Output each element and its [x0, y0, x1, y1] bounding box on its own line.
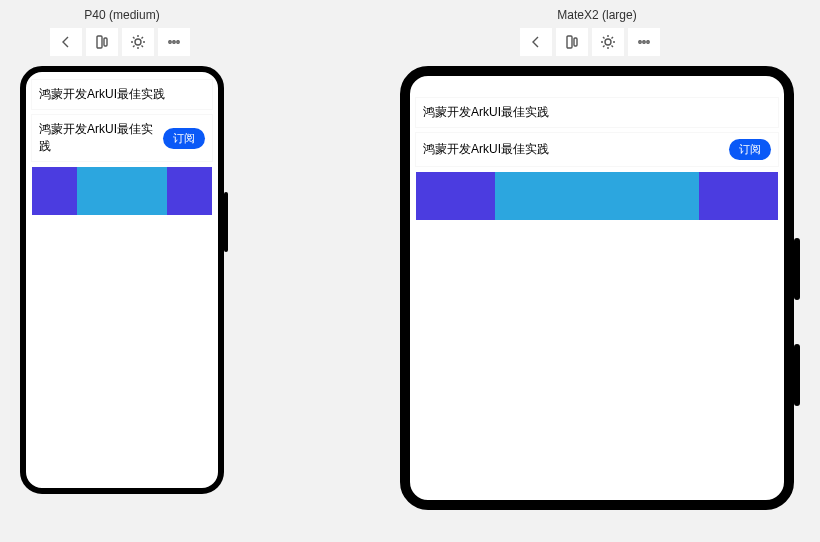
- back-icon: [528, 34, 544, 50]
- svg-point-11: [647, 41, 649, 43]
- back-button[interactable]: [520, 28, 552, 56]
- svg-point-5: [177, 41, 179, 43]
- more-button[interactable]: [628, 28, 660, 56]
- sun-icon: [600, 34, 616, 50]
- bar-seg-2: [495, 172, 700, 220]
- bar-seg-3: [699, 172, 778, 220]
- theme-button[interactable]: [122, 28, 154, 56]
- layout-icon: [94, 34, 110, 50]
- svg-rect-7: [574, 38, 577, 46]
- svg-point-9: [639, 41, 641, 43]
- more-icon: [166, 34, 182, 50]
- back-button[interactable]: [50, 28, 82, 56]
- row1-text: 鸿蒙开发ArkUI最佳实践: [39, 86, 165, 103]
- bar-row: [32, 167, 212, 215]
- row2-text: 鸿蒙开发ArkUI最佳实践: [39, 121, 163, 155]
- toolbar-matex2: [400, 28, 794, 56]
- device-matex2: MateX2 (large) 鸿蒙开发ArkUI最佳实践 鸿蒙开发ArkUI最佳…: [400, 8, 794, 510]
- device-label-p40: P40 (medium): [20, 8, 224, 22]
- device-frame-matex2: 鸿蒙开发ArkUI最佳实践 鸿蒙开发ArkUI最佳实践 订阅: [400, 66, 794, 510]
- svg-point-3: [169, 41, 171, 43]
- screen-p40: 鸿蒙开发ArkUI最佳实践 鸿蒙开发ArkUI最佳实践 订阅: [26, 72, 218, 488]
- subscribe-pill[interactable]: 订阅: [729, 139, 771, 160]
- back-icon: [58, 34, 74, 50]
- device-label-matex2: MateX2 (large): [400, 8, 794, 22]
- more-icon: [636, 34, 652, 50]
- row2-text: 鸿蒙开发ArkUI最佳实践: [423, 141, 549, 158]
- svg-point-8: [605, 39, 611, 45]
- device-frame-p40: 鸿蒙开发ArkUI最佳实践 鸿蒙开发ArkUI最佳实践 订阅: [20, 66, 224, 494]
- sun-icon: [130, 34, 146, 50]
- svg-point-4: [173, 41, 175, 43]
- layout-button[interactable]: [556, 28, 588, 56]
- theme-button[interactable]: [592, 28, 624, 56]
- svg-point-2: [135, 39, 141, 45]
- svg-point-10: [643, 41, 645, 43]
- svg-rect-1: [104, 38, 107, 46]
- text-row-2: 鸿蒙开发ArkUI最佳实践 订阅: [32, 115, 212, 161]
- screen-matex2: 鸿蒙开发ArkUI最佳实践 鸿蒙开发ArkUI最佳实践 订阅: [410, 76, 784, 500]
- bar-seg-1: [32, 167, 77, 215]
- text-row-2: 鸿蒙开发ArkUI最佳实践 订阅: [416, 133, 778, 166]
- layout-button[interactable]: [86, 28, 118, 56]
- row1-text: 鸿蒙开发ArkUI最佳实践: [423, 104, 549, 121]
- layout-icon: [564, 34, 580, 50]
- bar-seg-3: [167, 167, 212, 215]
- more-button[interactable]: [158, 28, 190, 56]
- bar-seg-1: [416, 172, 495, 220]
- toolbar-p40: [20, 28, 224, 56]
- device-p40: P40 (medium) 鸿蒙开发ArkUI最佳实践 鸿蒙开发ArkUI最佳实践…: [20, 8, 224, 494]
- svg-rect-0: [97, 36, 102, 48]
- svg-rect-6: [567, 36, 572, 48]
- subscribe-pill[interactable]: 订阅: [163, 128, 205, 149]
- text-row-1: 鸿蒙开发ArkUI最佳实践: [32, 80, 212, 109]
- bar-row: [416, 172, 778, 220]
- text-row-1: 鸿蒙开发ArkUI最佳实践: [416, 98, 778, 127]
- bar-seg-2: [77, 167, 167, 215]
